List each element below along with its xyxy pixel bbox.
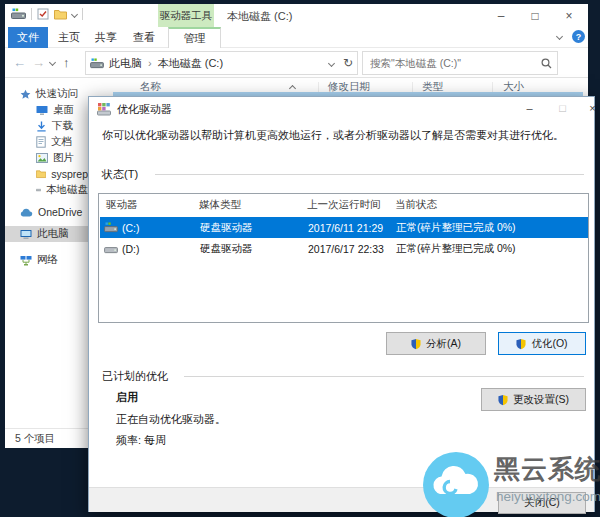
- search-box: [362, 51, 558, 75]
- watermark-title: 黑云系统: [494, 452, 600, 487]
- scheduled-group-label: 已计划的优化: [102, 369, 168, 384]
- back-button[interactable]: ←: [13, 55, 26, 70]
- help-icon[interactable]: ?: [572, 30, 585, 43]
- sidebar-label: 文档: [51, 135, 72, 149]
- breadcrumb[interactable]: 此电脑 › 本地磁盘 (C:) ↻: [85, 51, 358, 75]
- watermark-logo: [423, 452, 489, 517]
- star-icon: [20, 89, 31, 100]
- forward-button[interactable]: →: [32, 55, 45, 70]
- document-icon: [36, 136, 46, 148]
- address-dropdown-icon[interactable]: [328, 59, 335, 66]
- status-group-label: 状态(T): [102, 167, 138, 182]
- divider: [184, 376, 584, 377]
- status-bar-items-count: 5 个项目: [15, 432, 55, 446]
- sidebar-label: sysprep: [51, 168, 88, 180]
- breadcrumb-item-local-disk[interactable]: 本地磁盘 (C:): [158, 56, 223, 71]
- up-button[interactable]: ↑: [63, 55, 70, 70]
- tab-manage[interactable]: 管理: [168, 27, 221, 48]
- change-settings-button[interactable]: 更改设置(S): [481, 388, 586, 411]
- dialog-title: 优化驱动器: [117, 102, 172, 117]
- sidebar-item-downloads[interactable]: 下载: [5, 118, 88, 134]
- watermark-url: heiyunxitong.com: [496, 489, 600, 504]
- table-header-lastrun[interactable]: 上一次运行时间: [307, 198, 381, 212]
- search-icon[interactable]: [541, 58, 552, 69]
- tab-file[interactable]: 文件: [8, 27, 48, 48]
- dialog-maximize-button: □: [549, 97, 576, 119]
- sidebar-label: 本地磁盘: [46, 183, 88, 197]
- cell-status: 正常(碎片整理已完成 0%): [396, 242, 516, 256]
- download-icon: [36, 121, 47, 132]
- dialog-description: 你可以优化驱动器以帮助计算机更高效地运行，或者分析驱动器以了解是否需要对其进行优…: [102, 128, 584, 143]
- quick-access-toolbar: [11, 8, 83, 20]
- cell-media: 硬盘驱动器: [200, 221, 253, 235]
- desktop: 驱动器工具 本地磁盘 (C:) – □ × 文件 主页 共享 查看 管理 ? ←…: [0, 0, 600, 517]
- dialog-close-button[interactable]: ×: [579, 97, 600, 119]
- cell-drive: (D:): [122, 243, 140, 255]
- new-folder-icon[interactable]: [54, 9, 67, 20]
- dialog-minimize-button[interactable]: –: [516, 97, 543, 119]
- sidebar-label: 此电脑: [37, 227, 69, 241]
- breadcrumb-item-this-pc[interactable]: 此电脑: [109, 56, 142, 71]
- drive-d-icon: [104, 243, 118, 254]
- recent-locations-icon[interactable]: [49, 59, 56, 66]
- sidebar-item-this-pc[interactable]: 此电脑: [5, 226, 88, 242]
- drives-table: 驱动器 媒体类型 上一次运行时间 当前状态 (C:) 硬盘驱动器 2017/6/…: [98, 193, 589, 323]
- shield-icon: [498, 394, 508, 406]
- sidebar-item-sysprep[interactable]: sysprep: [5, 166, 88, 182]
- button-label: 优化(O): [531, 337, 567, 351]
- sidebar-item-desktop[interactable]: 桌面: [5, 102, 88, 118]
- window-title: 本地磁盘 (C:): [227, 9, 292, 24]
- ribbon-tab-row: 文件 主页 共享 查看 管理 ?: [5, 27, 588, 48]
- cell-drive: (C:): [122, 222, 140, 234]
- properties-icon[interactable]: [37, 8, 49, 20]
- cloud-icon: [20, 208, 33, 217]
- drive-icon: [36, 185, 41, 195]
- sidebar-label: 网络: [37, 253, 58, 267]
- cell-lastrun: 2017/6/17 22:33: [308, 243, 384, 255]
- refresh-icon[interactable]: ↻: [343, 56, 353, 70]
- sidebar-item-network[interactable]: 网络: [5, 252, 88, 268]
- sidebar-item-documents[interactable]: 文档: [5, 134, 88, 150]
- sidebar-item-local-disk[interactable]: 本地磁盘: [5, 182, 88, 198]
- breadcrumb-drive-icon: [90, 58, 104, 69]
- desktop-icon: [36, 105, 48, 116]
- table-header-media[interactable]: 媒体类型: [199, 198, 241, 212]
- sidebar-label: OneDrive: [38, 206, 82, 218]
- table-row-drive-c[interactable]: (C:) 硬盘驱动器 2017/6/11 21:29 正常(碎片整理已完成 0%…: [100, 217, 588, 238]
- sidebar-label: 桌面: [53, 103, 74, 117]
- divider: [155, 174, 584, 175]
- minimize-button[interactable]: –: [485, 4, 517, 27]
- frequency-text: 频率: 每周: [116, 433, 166, 448]
- divider: [31, 8, 32, 20]
- breadcrumb-separator: ›: [148, 57, 152, 69]
- sidebar-item-quick-access[interactable]: 快速访问: [5, 86, 88, 102]
- sidebar-item-pictures[interactable]: 图片: [5, 150, 88, 166]
- optimize-button[interactable]: 优化(O): [498, 332, 586, 355]
- qat-dropdown-icon[interactable]: [71, 10, 78, 17]
- ribbon-collapse-icon[interactable]: [556, 33, 563, 40]
- analyze-button[interactable]: 分析(A): [386, 332, 486, 355]
- button-label: 分析(A): [426, 337, 461, 351]
- optimize-drives-dialog: 优化驱动器 – □ × 你可以优化驱动器以帮助计算机更高效地运行，或者分析驱动器…: [88, 96, 595, 512]
- drive-c-icon: [104, 222, 118, 233]
- drive-icon: [11, 8, 26, 20]
- sidebar-item-onedrive[interactable]: OneDrive: [5, 204, 88, 220]
- close-button[interactable]: ×: [553, 4, 585, 27]
- table-row-drive-d[interactable]: (D:) 硬盘驱动器 2017/6/17 22:33 正常(碎片整理已完成 0%…: [100, 238, 588, 259]
- table-header-drive[interactable]: 驱动器: [106, 198, 138, 212]
- cell-lastrun: 2017/6/11 21:29: [308, 222, 383, 234]
- enabled-label: 启用: [116, 390, 138, 405]
- table-header-status[interactable]: 当前状态: [395, 198, 437, 212]
- search-input[interactable]: [368, 56, 541, 70]
- explorer-titlebar: 驱动器工具 本地磁盘 (C:) – □ ×: [5, 4, 588, 27]
- shield-icon: [516, 338, 526, 350]
- sidebar-label: 快速访问: [36, 87, 78, 101]
- tab-home[interactable]: 主页: [51, 27, 87, 48]
- tab-share[interactable]: 共享: [87, 27, 125, 48]
- contextual-tab-drive-tools[interactable]: 驱动器工具: [158, 4, 214, 27]
- tab-view[interactable]: 查看: [125, 27, 163, 48]
- folder-icon: [36, 169, 46, 179]
- address-bar: ← → ↑ 此电脑 › 本地磁盘 (C:) ↻: [5, 48, 588, 78]
- auto-optimize-text: 正在自动优化驱动器。: [116, 412, 226, 427]
- maximize-button[interactable]: □: [519, 4, 551, 27]
